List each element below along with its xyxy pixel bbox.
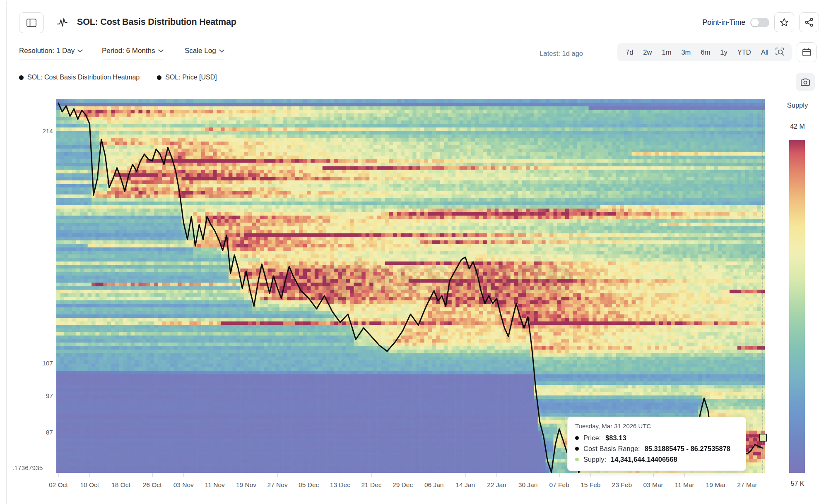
colorbar-min-label: 57 K [784,480,811,487]
range-button-ytd[interactable]: YTD [732,43,756,61]
x-axis-tick [684,473,685,477]
x-axis-tick [121,473,121,477]
y-axis-tick-label: 87 [0,429,53,436]
range-button-2w[interactable]: 2w [638,43,657,61]
latest-status: Latest: 1d ago [540,50,583,58]
x-axis-tick [622,473,622,477]
tooltip-supply-row: Supply: 14,341,644.14406568 [575,454,738,465]
chevron-down-icon [219,49,224,53]
range-button-6m[interactable]: 6m [696,43,715,61]
legend-item-heatmap[interactable]: SOL: Cost Basis Distribution Heatmap [19,74,140,81]
period-dropdown[interactable]: Period: 6 Months [102,47,164,60]
favorite-button[interactable] [774,12,794,32]
x-axis-tick [716,473,716,477]
scale-label: Scale Log [185,47,216,55]
x-axis-tick [246,473,246,477]
sidebar-toggle-button[interactable] [19,12,44,33]
pulse-icon [56,17,68,28]
x-axis-tick [528,473,528,477]
legend-item-price[interactable]: SOL: Price [USD] [157,74,217,81]
tooltip-price-row: Price: $83.13 [575,432,738,443]
zoom-select-icon[interactable] [775,47,785,57]
hover-tooltip: Tuesday, Mar 31 2026 UTC Price: $83.13 C… [567,417,746,471]
sidebar-layout-icon [26,19,36,27]
toggle-knob [751,19,759,26]
point-in-time-toggle[interactable] [750,18,769,27]
bullet-icon [575,458,579,461]
x-axis-tick [371,473,372,477]
x-axis-tick [309,473,309,477]
x-axis-tick [340,473,340,477]
x-axis-tick [496,473,497,477]
range-button-7d[interactable]: 7d [621,43,638,61]
resolution-dropdown[interactable]: Resolution: 1 Day [19,47,83,60]
calendar-icon [802,47,812,57]
range-selector: 7d 2w 1m 3m 6m 1y YTD All [617,43,792,61]
supply-colorbar [789,140,805,473]
x-axis-tick [559,473,560,477]
x-axis-tick [465,473,466,477]
x-axis-tick [89,473,90,477]
x-axis-tick [215,473,215,477]
point-in-time-label: Point-in-Time [703,18,745,27]
x-axis-tick [277,473,278,477]
range-button-1y[interactable]: 1y [715,43,732,61]
share-icon [804,17,814,27]
y-axis-tick-label: 97 [0,392,53,400]
legend-bullet [19,75,24,80]
calendar-button[interactable] [797,42,817,62]
x-axis-tick-label: 27 Mar [728,481,766,489]
bullet-icon [575,436,579,440]
chevron-down-icon [158,49,164,53]
y-axis-tick-label: 107 [0,360,53,367]
bullet-icon [575,447,579,451]
x-axis-tick [403,473,403,477]
legend-label: SOL: Cost Basis Distribution Heatmap [27,74,140,81]
x-axis-tick [183,473,184,477]
y-axis-tick-label: 214 [0,127,53,135]
card-top-border [0,1,819,1]
x-axis-tick [58,473,59,477]
tooltip-date: Tuesday, Mar 31 2026 UTC [575,422,738,430]
x-axis-tick [747,473,747,477]
period-label: Period: 6 Months [102,47,155,55]
page-title: SOL: Cost Basis Distribution Heatmap [77,17,236,27]
star-icon [779,17,789,27]
share-button[interactable] [799,12,819,32]
range-button-all[interactable]: All [756,43,773,61]
x-axis-tick [152,473,153,477]
range-button-1m[interactable]: 1m [657,43,676,61]
x-axis-tick [590,473,591,477]
screenshot-button[interactable] [796,73,815,91]
tooltip-cost-basis-row: Cost Basis Range: 85.31885475 - 86.27535… [575,443,738,454]
hovered-cell-marker [759,434,767,442]
scale-dropdown[interactable]: Scale Log [185,47,224,60]
chart-card: SOL: Cost Basis Distribution Heatmap Poi… [0,0,819,504]
chevron-down-icon [77,49,83,53]
chart-legend: SOL: Cost Basis Distribution Heatmap SOL… [19,74,217,81]
camera-icon [800,77,810,86]
x-axis-tick [653,473,654,477]
colorbar-max-label: 42 M [784,123,811,130]
x-axis-tick [434,473,434,477]
colorbar-title: Supply [784,101,811,109]
range-button-3m[interactable]: 3m [676,43,696,61]
legend-label: SOL: Price [USD] [165,74,217,81]
legend-bullet [157,75,161,80]
resolution-label: Resolution: 1 Day [19,47,75,55]
y-axis-tick-label: .17367935 [12,464,58,472]
